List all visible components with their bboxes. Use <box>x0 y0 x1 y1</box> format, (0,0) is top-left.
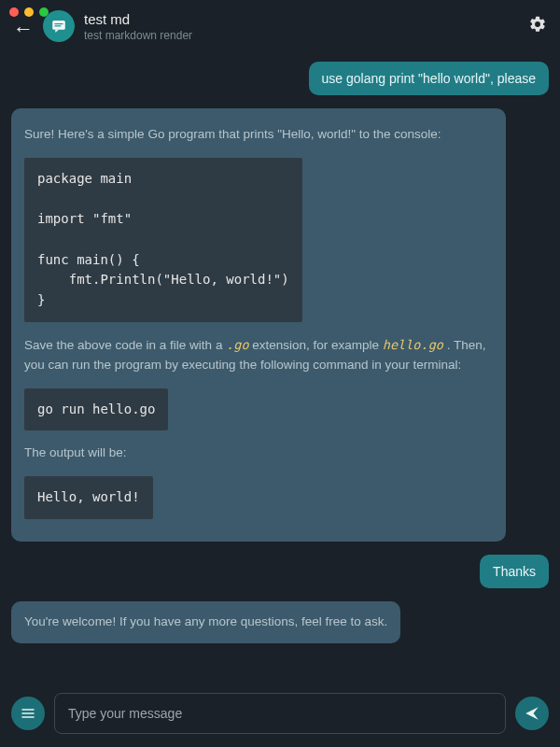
bot-message: Sure! Here's a simple Go program that pr… <box>11 108 506 542</box>
avatar[interactable] <box>43 10 75 42</box>
message-text: You're welcome! If you have any more que… <box>24 614 387 628</box>
text-fragment: Save the above code in a file with a <box>24 338 226 352</box>
bot-text: Save the above code in a file with a .go… <box>24 335 493 375</box>
send-button[interactable] <box>515 697 549 730</box>
code-block: package main import "fmt" func main() { … <box>24 158 302 322</box>
menu-icon <box>21 706 35 721</box>
user-message: Thanks <box>480 555 549 588</box>
svg-rect-2 <box>55 25 62 26</box>
svg-rect-0 <box>52 21 65 30</box>
inline-code: .go <box>226 337 248 352</box>
bot-intro: Sure! Here's a simple Go program that pr… <box>24 125 493 145</box>
svg-rect-1 <box>55 23 63 24</box>
user-message: use golang print "hello world", please <box>309 62 549 95</box>
code-block: Hello, world! <box>24 476 153 519</box>
input-bar <box>0 693 560 734</box>
close-dot[interactable] <box>9 7 19 17</box>
message-text: Thanks <box>493 564 536 579</box>
gear-icon[interactable] <box>528 15 547 38</box>
header: ← test md test markdown render <box>0 0 560 52</box>
menu-button[interactable] <box>11 697 45 730</box>
inline-code: hello.go <box>383 337 443 352</box>
window-controls[interactable] <box>9 7 49 17</box>
code-block: go run hello.go <box>24 388 168 431</box>
chat-icon <box>50 18 67 35</box>
chat-title: test md <box>84 11 519 27</box>
min-dot[interactable] <box>24 7 34 17</box>
send-icon <box>524 705 540 722</box>
back-icon[interactable]: ← <box>13 17 34 41</box>
message-input[interactable] <box>54 693 506 734</box>
message-text: use golang print "hello world", please <box>322 71 536 86</box>
chat-scroll[interactable]: use golang print "hello world", please S… <box>0 52 560 747</box>
chat-subtitle: test markdown render <box>84 29 519 42</box>
bot-message: You're welcome! If you have any more que… <box>11 601 400 643</box>
bot-text: The output will be: <box>24 444 493 463</box>
text-fragment: extension, for example <box>249 338 383 352</box>
